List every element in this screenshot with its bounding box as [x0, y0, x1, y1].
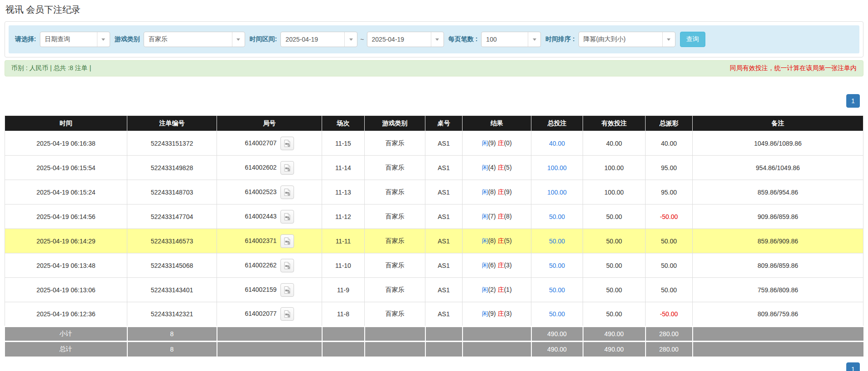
page-button-1[interactable]: 1: [846, 94, 860, 108]
total-bet-link[interactable]: 100.00: [547, 164, 567, 171]
cell-remark: 809.86/859.86: [693, 253, 863, 278]
cell-payout: -50.00: [646, 302, 693, 327]
result-player-score: (8): [488, 188, 496, 195]
result-banker: 庄: [497, 213, 504, 220]
result-banker: 庄: [497, 139, 504, 147]
total-bet-link[interactable]: 50.00: [549, 286, 565, 294]
table-row: 2025-04-19 06:15:24522433148703614002523…: [5, 180, 863, 205]
video-record-button[interactable]: [280, 137, 294, 150]
summary-empty-cell: [322, 342, 365, 357]
round-number: 614002523: [245, 188, 276, 195]
date-from-value: 2025-04-19: [281, 32, 344, 47]
result-player: 闲: [482, 262, 488, 269]
summary-valid-bet: 490.00: [583, 342, 646, 357]
video-record-button[interactable]: [280, 307, 294, 321]
video-file-icon: [283, 286, 291, 294]
result-player: 闲: [482, 237, 488, 244]
round-number: 614002159: [245, 285, 276, 293]
total-bet-link[interactable]: 40.00: [549, 140, 565, 147]
cell-time: 2025-04-19 06:14:56: [5, 205, 127, 229]
column-header: 时间: [5, 116, 127, 131]
column-header: 结果: [463, 116, 531, 131]
summary-payout: 280.00: [646, 327, 693, 342]
cell-round-number: 614002443: [217, 205, 322, 229]
summary-valid-bet: 490.00: [583, 327, 646, 342]
game-category-value: 百家乐: [144, 32, 232, 47]
result-player-score: (2): [488, 286, 496, 293]
result-banker: 庄: [497, 188, 504, 195]
game-category-select[interactable]: 百家乐: [144, 32, 245, 47]
result-banker-score: (3): [504, 262, 511, 269]
time-sort-select[interactable]: 降冪(由大到小): [579, 32, 675, 47]
column-header: 游戏类别: [365, 116, 425, 131]
column-header: 总投注: [531, 116, 583, 131]
cell-session: 11-12: [322, 205, 365, 229]
summary-row: 总计8490.00490.00280.00: [5, 342, 863, 357]
cell-result: 闲(8) 庄(9): [463, 180, 531, 205]
cell-payout: 95.00: [646, 180, 693, 205]
records-tbody: 2025-04-19 06:16:38522433151372614002707…: [5, 131, 863, 357]
date-from-select[interactable]: 2025-04-19: [280, 32, 357, 47]
cell-game-category: 百家乐: [365, 229, 425, 253]
total-bet-link[interactable]: 100.00: [547, 189, 567, 196]
cell-time: 2025-04-19 06:16:38: [5, 131, 127, 156]
video-record-button[interactable]: [280, 283, 294, 297]
time-sort-value: 降冪(由大到小): [579, 32, 662, 47]
game-category-label: 游戏类别: [115, 35, 140, 43]
video-record-button[interactable]: [280, 210, 294, 224]
cell-remark: 859.86/909.86: [693, 229, 863, 253]
video-record-button[interactable]: [280, 161, 294, 175]
cell-time: 2025-04-19 06:14:29: [5, 229, 127, 253]
summary-empty-cell: [425, 342, 463, 357]
cell-round-number: 614002262: [217, 253, 322, 278]
query-type-select[interactable]: 日期查询: [40, 32, 110, 47]
round-number: 614002077: [245, 310, 276, 317]
video-record-button[interactable]: [280, 234, 294, 248]
cell-valid-bet: 50.00: [583, 229, 646, 253]
summary-empty-cell: [322, 327, 365, 342]
summary-bar: 币别 : 人民币 | 总共 :8 注单 | 同局有效投注，统一计算在该局第一张注…: [5, 60, 863, 76]
cell-round-number: 614002707: [217, 131, 322, 156]
result-player-score: (9): [488, 139, 496, 147]
result-banker: 庄: [497, 310, 504, 317]
total-bet-link[interactable]: 50.00: [549, 238, 565, 245]
result-banker-score: (5): [504, 237, 511, 244]
video-record-button[interactable]: [280, 186, 294, 199]
cell-time: 2025-04-19 06:13:48: [5, 253, 127, 278]
cell-remark: 859.86/954.86: [693, 180, 863, 205]
summary-count: 8: [127, 342, 217, 357]
page-size-select[interactable]: 100: [481, 32, 541, 47]
table-row: 2025-04-19 06:16:38522433151372614002707…: [5, 131, 863, 156]
total-bet-link[interactable]: 50.00: [549, 213, 565, 220]
filter-panel: 请选择: 日期查询 游戏类别 百家乐 时间区间: 2025-04-19 ~ 20…: [5, 21, 863, 57]
chevron-down-icon: [344, 32, 357, 47]
result-banker: 庄: [497, 237, 504, 244]
summary-empty-cell: [217, 327, 322, 342]
total-bet-link[interactable]: 50.00: [549, 310, 565, 318]
table-row: 2025-04-19 06:14:29522433146573614002371…: [5, 229, 863, 253]
cell-total-bet: 50.00: [531, 229, 583, 253]
cell-result: 闲(9) 庄(3): [463, 302, 531, 327]
cell-remark: 809.86/759.86: [693, 302, 863, 327]
cell-time: 2025-04-19 06:15:54: [5, 156, 127, 180]
video-record-button[interactable]: [280, 259, 294, 272]
cell-round-number: 614002523: [217, 180, 322, 205]
date-to-select[interactable]: 2025-04-19: [367, 32, 444, 47]
summary-label: 总计: [5, 342, 127, 357]
query-type-label: 请选择:: [15, 35, 36, 43]
cell-table-number: AS1: [425, 253, 463, 278]
chevron-down-icon: [431, 32, 444, 47]
cell-valid-bet: 40.00: [583, 131, 646, 156]
search-button[interactable]: 查询: [680, 32, 705, 47]
video-file-icon: [283, 262, 291, 270]
cell-valid-bet: 50.00: [583, 253, 646, 278]
column-header: 桌号: [425, 116, 463, 131]
result-player: 闲: [482, 310, 488, 317]
cell-table-number: AS1: [425, 131, 463, 156]
cell-time: 2025-04-19 06:12:36: [5, 302, 127, 327]
cell-bet-number: 522433142321: [127, 302, 217, 327]
total-bet-link[interactable]: 50.00: [549, 262, 565, 269]
page-button-1-bottom[interactable]: 1: [846, 362, 860, 371]
time-sort-label: 时间排序 :: [545, 35, 575, 43]
table-row: 2025-04-19 06:15:54522433149828614002602…: [5, 156, 863, 180]
